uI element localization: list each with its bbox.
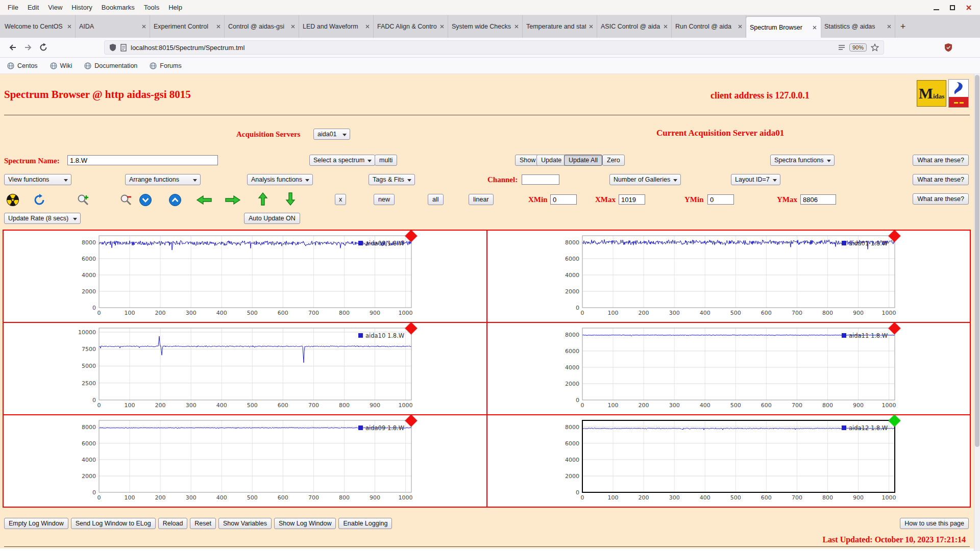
new-tab-button[interactable]: +: [895, 15, 911, 38]
tags-fits-dropdown[interactable]: Tags & Fits: [369, 174, 415, 185]
tab-close-button[interactable]: [589, 24, 593, 29]
update-all-button[interactable]: Update All: [564, 155, 602, 166]
what-are-these-button-3[interactable]: What are these?: [913, 193, 969, 205]
spectrum-plot[interactable]: 0200040006000800001002003004005006007008…: [559, 235, 897, 317]
refresh-icon[interactable]: [32, 193, 47, 207]
analysis-functions-dropdown[interactable]: Analysis functions: [247, 174, 313, 185]
tab-statistics-aidas[interactable]: Statistics @ aidas: [821, 15, 895, 38]
reader-mode-icon[interactable]: [838, 44, 845, 51]
tab-close-button[interactable]: [67, 24, 71, 29]
tab-asic-control-aida[interactable]: ASIC Control @ aida: [597, 15, 672, 38]
tab-welcome-to-centos[interactable]: Welcome to CentOS: [1, 15, 76, 38]
xmin-input[interactable]: [550, 194, 577, 205]
spectrum-panel-bottom-left[interactable]: 0200040006000800001002003004005006007008…: [3, 415, 487, 507]
spectrum-panel-mid-left[interactable]: 0250050007500100000100200300400500600700…: [3, 322, 487, 415]
maximize-button[interactable]: [948, 4, 957, 12]
tab-spectrum-browser[interactable]: Spectrum Browser: [746, 17, 821, 38]
new-button[interactable]: new: [374, 194, 395, 205]
reload-button[interactable]: [36, 40, 51, 55]
auto-update-button[interactable]: Auto Update ON: [244, 213, 300, 224]
tab-close-button[interactable]: [440, 24, 444, 29]
tab-close-button[interactable]: [738, 24, 742, 29]
layout-id-dropdown[interactable]: Layout ID=7: [731, 174, 780, 185]
scrollbar-thumb[interactable]: [975, 75, 979, 447]
zoom-indicator[interactable]: 90%: [849, 43, 867, 52]
reload-button[interactable]: Reload: [158, 518, 188, 529]
spectrum-panel-bottom-right[interactable]: 0200040006000800001002003004005006007008…: [487, 415, 971, 507]
spectrum-panel-top-left[interactable]: 0200040006000800001002003004005006007008…: [3, 230, 487, 322]
ymin-input[interactable]: [707, 194, 734, 205]
tab-close-button[interactable]: [664, 24, 668, 29]
arrange-functions-dropdown[interactable]: Arrange functions: [125, 174, 201, 185]
tab-close-button[interactable]: [291, 24, 295, 29]
all-button[interactable]: all: [428, 194, 444, 205]
minimize-button[interactable]: [932, 4, 940, 12]
zoom-in-icon[interactable]: [76, 193, 91, 207]
menu-help[interactable]: Help: [164, 4, 187, 11]
x-button[interactable]: x: [335, 194, 346, 205]
spectrum-plot[interactable]: 0200040006000800001002003004005006007008…: [559, 327, 897, 410]
radiation-icon[interactable]: [5, 193, 20, 207]
tab-led-and-waveform[interactable]: LED and Waveform: [299, 15, 374, 38]
send-log-window-to-elog-button[interactable]: Send Log Window to ELog: [71, 518, 156, 529]
tab-close-button[interactable]: [216, 24, 220, 29]
url-bar[interactable]: localhost:8015/Spectrum/Spectrum.tml 90%: [104, 40, 884, 55]
arrow-left-icon[interactable]: [195, 193, 213, 207]
tab-fadc-align-control[interactable]: FADC Align & Control: [374, 15, 448, 38]
page-info-icon[interactable]: [120, 44, 127, 52]
url-text[interactable]: localhost:8015/Spectrum/Spectrum.tml: [131, 44, 834, 52]
tab-experiment-control[interactable]: Experiment Control: [150, 15, 225, 38]
spectrum-plot[interactable]: 0200040006000800001002003004005006007008…: [559, 419, 897, 502]
tab-run-control-aida[interactable]: Run Control @ aida: [672, 15, 746, 38]
tab-system-wide-checks[interactable]: System wide Checks: [448, 15, 523, 38]
tab-close-button[interactable]: [887, 24, 891, 29]
menu-bookmarks[interactable]: Bookmarks: [97, 4, 139, 11]
linear-button[interactable]: linear: [469, 194, 494, 205]
enable-logging-button[interactable]: Enable Logging: [338, 518, 392, 529]
how-to-use-button[interactable]: How to use this page: [900, 518, 969, 529]
tab-control-aidas-gsi[interactable]: Control @ aidas-gsi: [225, 15, 299, 38]
tab-close-button[interactable]: [514, 24, 519, 29]
spectra-functions-dropdown[interactable]: Spectra functions: [770, 155, 835, 166]
empty-log-window-button[interactable]: Empty Log Window: [4, 518, 68, 529]
multi-button[interactable]: multi: [375, 155, 397, 166]
tab-temperature-and-status[interactable]: Temperature and status: [523, 15, 597, 38]
number-of-galleries-dropdown[interactable]: Number of Galleries: [609, 174, 681, 185]
tab-close-button[interactable]: [142, 24, 146, 29]
update-button[interactable]: Update: [536, 155, 566, 166]
extension-shield-icon[interactable]: [944, 43, 952, 52]
tab-aida[interactable]: AIDA: [76, 15, 150, 38]
arrow-down-icon[interactable]: [283, 192, 298, 206]
select-spectrum-dropdown[interactable]: Select a spectrum: [309, 155, 375, 166]
menu-file[interactable]: File: [3, 4, 23, 11]
show-variables-button[interactable]: Show Variables: [218, 518, 272, 529]
scrollbar[interactable]: [974, 74, 980, 551]
menu-view[interactable]: View: [43, 4, 67, 11]
arrow-up-icon[interactable]: [255, 192, 271, 206]
update-rate-dropdown[interactable]: Update Rate (8 secs): [4, 213, 81, 224]
xmax-input[interactable]: [619, 194, 645, 205]
what-are-these-button-1[interactable]: What are these?: [913, 155, 969, 166]
menu-edit[interactable]: Edit: [23, 4, 43, 11]
spectrum-name-input[interactable]: [67, 155, 218, 165]
spectrum-plot[interactable]: 0200040006000800001002003004005006007008…: [76, 235, 414, 317]
tab-close-button[interactable]: [365, 24, 370, 29]
close-button[interactable]: [965, 4, 973, 12]
tracking-shield-icon[interactable]: [109, 43, 116, 52]
show-log-window-button[interactable]: Show Log Window: [274, 518, 336, 529]
back-button[interactable]: [5, 40, 20, 55]
scroll-down-icon[interactable]: [138, 193, 153, 207]
bookmark-star-icon[interactable]: [871, 43, 879, 52]
arrow-right-icon[interactable]: [224, 193, 242, 207]
zoom-out-icon[interactable]: [118, 193, 134, 207]
spectrum-panel-top-right[interactable]: 0200040006000800001002003004005006007008…: [487, 230, 971, 322]
tab-close-button[interactable]: [813, 26, 817, 30]
forward-button[interactable]: [20, 40, 36, 55]
channel-input[interactable]: [522, 174, 559, 185]
bookmark-wiki[interactable]: Wiki: [50, 62, 72, 69]
menu-history[interactable]: History: [67, 4, 96, 11]
menu-tools[interactable]: Tools: [139, 4, 164, 11]
spectrum-panel-mid-right[interactable]: 0200040006000800001002003004005006007008…: [487, 322, 971, 415]
what-are-these-button-2[interactable]: What are these?: [913, 174, 969, 185]
reset-button[interactable]: Reset: [190, 518, 216, 529]
